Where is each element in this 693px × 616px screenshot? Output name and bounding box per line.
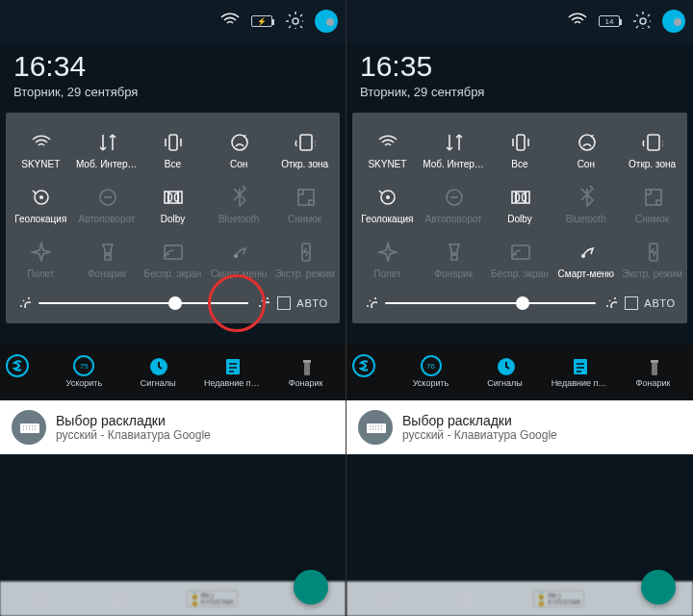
history-icon[interactable]	[376, 589, 396, 608]
security-app-logo[interactable]	[350, 352, 389, 391]
toolbar-alarms[interactable]: Сигналы	[122, 355, 194, 388]
brightness-slider[interactable]	[38, 302, 248, 304]
date-text: Вторник, 29 сентября	[360, 85, 680, 99]
qs-tile-cast[interactable]: Беспр. экран	[140, 234, 206, 289]
qs-tile-smartmenu[interactable]: Смарт-меню	[552, 234, 619, 289]
qs-tile-smartmenu[interactable]: Смарт-меню	[206, 234, 272, 289]
cast-icon	[508, 240, 531, 263]
toolbar-boost[interactable]: 76 Ускорить	[395, 355, 467, 388]
qs-tile-power[interactable]: Экстр. режим	[619, 234, 685, 289]
notification-text: Выбор раскладки русский - Клавиатура Goo…	[402, 413, 557, 442]
toolbar-torch[interactable]: Фонарик	[617, 355, 689, 388]
qs-tile-dolby[interactable]: Dolby	[140, 179, 206, 234]
fab-button[interactable]	[294, 570, 328, 604]
cast-icon	[161, 240, 184, 263]
qs-tile-data[interactable]: Моб. Интернет	[421, 124, 487, 179]
qs-tile-flashlight[interactable]: Фонарик	[74, 234, 141, 289]
battery-indicator: ⚡	[251, 15, 272, 27]
notification-title: Выбор раскладки	[402, 413, 557, 428]
qs-tile-bluetooth[interactable]: Bluetooth	[552, 179, 619, 234]
phone-panel-1: 14 16:35 Вторник, 29 сентября SKYNET Моб…	[346, 0, 693, 616]
notification-text: Выбор раскладки русский - Клавиатура Goo…	[56, 413, 211, 442]
wifi-icon	[29, 130, 52, 153]
qs-tile-rotate[interactable]: Автоповорот	[74, 179, 141, 234]
keyboard-icon	[12, 410, 46, 445]
quick-settings-panel: SKYNET Моб. Интернет Все Сон Откр. зона …	[6, 113, 340, 323]
qs-tile-dnd[interactable]: Сон	[206, 124, 272, 179]
toolbar-torch[interactable]: Фонарик	[270, 355, 342, 388]
toolbar-label: Сигналы	[487, 378, 523, 388]
notification-card[interactable]: Выбор раскладки русский - Клавиатура Goo…	[0, 400, 346, 454]
qs-tile-location[interactable]: Геолокация	[8, 179, 74, 234]
notification-card[interactable]: Выбор раскладки русский - Клавиатура Goo…	[346, 400, 693, 454]
clock-block: 16:35 Вторник, 29 сентября	[346, 42, 693, 113]
settings-gear-icon[interactable]	[284, 10, 303, 33]
wifi-status-icon	[218, 9, 240, 34]
sim-tabs[interactable]: 🔒 life:) 🔒 KYIVSTAR	[187, 590, 238, 607]
brightness-auto[interactable]: АВТО	[277, 296, 328, 310]
qs-tile-airplane[interactable]: Полет	[354, 234, 421, 289]
sim2-label: 🔒 KYIVSTAR	[537, 599, 580, 605]
globe-icon[interactable]	[108, 589, 127, 608]
qs-tile-label: Фонарик	[423, 269, 484, 279]
toolbar-alarms[interactable]: Сигналы	[469, 355, 541, 388]
qs-tile-dolby[interactable]: Dolby	[487, 179, 553, 234]
qs-tile-label: Dolby	[141, 214, 203, 224]
qs-tile-label: Моб. Интернет	[423, 159, 484, 169]
alarms-icon	[147, 355, 168, 376]
qs-tile-cast[interactable]: Беспр. экран	[487, 234, 553, 289]
vibrate-icon	[508, 130, 531, 153]
qs-tile-label: SKYNET	[356, 159, 418, 169]
status-bar: ⚡	[0, 0, 346, 42]
qs-tile-power[interactable]: Экстр. режим	[271, 234, 338, 289]
qs-tile-wifi[interactable]: SKYNET	[354, 124, 421, 179]
security-app-logo[interactable]	[4, 352, 42, 391]
qs-tile-hotspot[interactable]: Откр. зона	[619, 124, 685, 179]
qs-tile-rotate[interactable]: Автоповорот	[421, 179, 487, 234]
qs-tile-label: SKYNET	[10, 159, 71, 169]
qs-tile-label: Сон	[555, 159, 617, 169]
app-toolbar: 75 Ускорить Сигналы Недавние п… Фонарик	[0, 345, 346, 398]
wifi-icon	[375, 130, 398, 153]
profile-avatar[interactable]	[662, 10, 685, 33]
keyboard-icon	[358, 410, 393, 445]
qs-tile-hotspot[interactable]: Откр. зона	[271, 124, 338, 179]
qs-tile-wifi[interactable]: SKYNET	[8, 124, 74, 179]
qs-tile-airplane[interactable]: Полет	[8, 234, 74, 289]
bluetooth-icon	[575, 185, 598, 208]
qs-tile-label: Полет	[10, 269, 71, 279]
qs-tile-label: Снимок	[274, 214, 336, 224]
brightness-slider[interactable]	[385, 302, 596, 304]
toolbar-recent[interactable]: Недавние п…	[543, 355, 615, 388]
brightness-row: АВТО	[354, 289, 685, 316]
qs-tile-vibrate[interactable]: Все	[487, 124, 553, 179]
profile-avatar[interactable]	[315, 10, 338, 33]
power-icon	[641, 240, 664, 263]
qs-tile-data[interactable]: Моб. Интернет	[74, 124, 141, 179]
qs-tile-bluetooth[interactable]: Bluetooth	[206, 179, 272, 234]
qs-tile-location[interactable]: Геолокация	[354, 179, 421, 234]
qs-tile-flashlight[interactable]: Фонарик	[421, 234, 487, 289]
power-icon	[294, 240, 317, 263]
notification-title: Выбор раскладки	[56, 413, 211, 428]
toolbar-recent[interactable]: Недавние п…	[196, 355, 269, 388]
sim-tabs[interactable]: 🔒 life:) 🔒 KYIVSTAR	[533, 590, 584, 607]
qs-tile-screenshot[interactable]: Снимок	[271, 179, 338, 234]
qs-tile-screenshot[interactable]: Снимок	[619, 179, 685, 234]
history-icon[interactable]	[30, 589, 49, 608]
fab-button[interactable]	[641, 570, 676, 604]
flashlight-icon	[442, 240, 465, 263]
qs-tile-label: Полет	[356, 269, 418, 279]
brightness-low-icon	[364, 295, 377, 312]
qs-tile-dnd[interactable]: Сон	[552, 124, 619, 179]
time-text: 16:34	[13, 50, 332, 83]
toolbar-label: Недавние п…	[204, 378, 260, 388]
globe-icon[interactable]	[455, 589, 475, 608]
settings-gear-icon[interactable]	[631, 10, 651, 33]
qs-tile-vibrate[interactable]: Все	[140, 124, 206, 179]
brightness-auto[interactable]: АВТО	[625, 296, 676, 310]
qs-tile-label: Смарт-меню	[555, 269, 617, 279]
toolbar-boost[interactable]: 75 Ускорить	[48, 355, 120, 388]
qs-tile-label: Экстр. режим	[274, 269, 336, 279]
notification-subtitle: русский - Клавиатура Google	[402, 428, 557, 442]
